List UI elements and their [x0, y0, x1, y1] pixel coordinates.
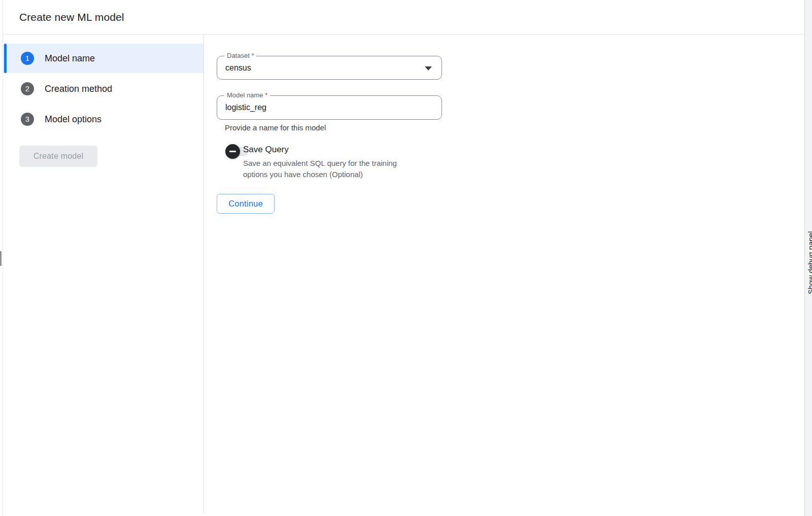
dialog-title: Create new ML model [19, 11, 124, 23]
model-name-value: logistic_reg [225, 103, 266, 112]
model-name-label: Model name * [224, 91, 270, 99]
show-debug-panel-label: Show debug panel [806, 231, 812, 294]
step-number-badge: 2 [21, 82, 34, 95]
minus-icon [229, 151, 236, 152]
dataset-label: Dataset * [224, 52, 256, 59]
debug-panel-rail: Show debug panel [804, 0, 812, 516]
model-name-helper-text: Provide a name for this model [225, 123, 326, 132]
continue-button[interactable]: Continue [217, 194, 275, 214]
create-model-button[interactable]: Create model [19, 146, 97, 167]
step-label: Model options [45, 114, 101, 125]
dataset-select[interactable]: Dataset * census [217, 56, 442, 80]
step-model-options[interactable]: 3 Model options [3, 105, 204, 134]
save-query-description: Save an equivalent SQL query for the tra… [243, 158, 416, 180]
toggle-thumb [225, 144, 240, 159]
dropdown-arrow-icon [425, 66, 432, 71]
step-model-name[interactable]: 1 Model name [3, 44, 204, 73]
show-debug-panel-tab[interactable]: Show debug panel [806, 213, 812, 299]
left-edge-handle [0, 251, 2, 266]
step-number-badge: 1 [21, 52, 34, 65]
form-panel: Dataset * census Model name * logistic_r… [204, 35, 804, 513]
step-creation-method[interactable]: 2 Creation method [3, 74, 204, 104]
active-step-indicator [4, 44, 7, 73]
step-label: Creation method [45, 84, 112, 94]
save-query-label: Save Query [243, 145, 289, 155]
step-label: Model name [45, 53, 95, 64]
step-number-badge: 3 [21, 113, 34, 126]
create-ml-model-dialog: Create new ML model 1 Model name 2 Creat… [0, 0, 812, 516]
dialog-header: Create new ML model [3, 0, 804, 35]
dataset-value: census [225, 63, 251, 73]
stepper-sidebar: 1 Model name 2 Creation method 3 Model o… [3, 35, 204, 513]
model-name-input[interactable]: Model name * logistic_reg [217, 95, 442, 120]
